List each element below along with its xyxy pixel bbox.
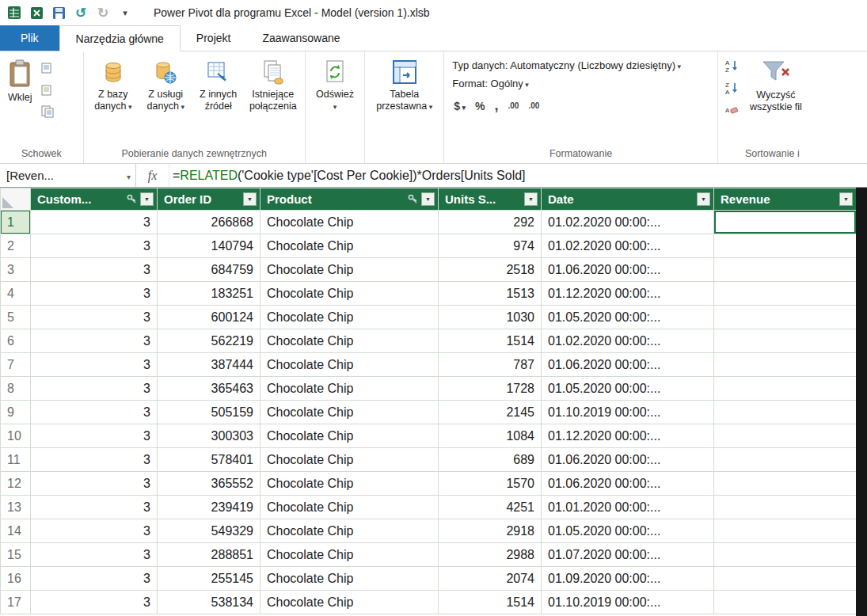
decrease-decimals-button[interactable]: .00 (528, 101, 539, 110)
cell-units_sold[interactable]: 292 (439, 211, 542, 234)
cell-product[interactable]: Chocolate Chip (260, 496, 439, 519)
filter-dropdown-button[interactable] (421, 192, 435, 206)
cell-product[interactable]: Chocolate Chip (260, 424, 439, 448)
cell-order_id[interactable]: 255145 (158, 567, 260, 591)
cell-units_sold[interactable]: 1084 (439, 424, 542, 448)
cell-order_id[interactable]: 288851 (158, 543, 260, 567)
percent-format-button[interactable]: % (475, 100, 485, 112)
from-database-button[interactable]: Z bazy danych (87, 56, 139, 116)
cell-product[interactable]: Chocolate Chip (260, 519, 439, 543)
cell-product[interactable]: Chocolate Chip (260, 234, 439, 258)
cell-order_id[interactable]: 562219 (158, 329, 260, 353)
cell-product[interactable]: Chocolate Chip (260, 543, 439, 567)
cell-revenue[interactable] (714, 519, 857, 543)
cell-revenue[interactable] (714, 567, 857, 591)
cell-units_sold[interactable]: 1513 (439, 282, 542, 306)
cell-units_sold[interactable]: 1728 (439, 377, 542, 401)
row-number[interactable]: 5 (1, 306, 31, 329)
paste-append-button[interactable] (39, 59, 56, 75)
row-number[interactable]: 3 (1, 258, 31, 282)
cell-units_sold[interactable]: 1514 (439, 329, 542, 353)
cell-customer[interactable]: 3 (31, 591, 158, 614)
cell-revenue[interactable] (714, 211, 857, 234)
cell-revenue[interactable] (714, 377, 857, 401)
currency-format-button[interactable]: $ (454, 100, 466, 112)
tab-advanced[interactable]: Zaawansowane (246, 25, 356, 51)
cell-customer[interactable]: 3 (31, 377, 158, 401)
quick-access-customize-icon[interactable] (117, 5, 133, 21)
row-number[interactable]: 9 (1, 401, 31, 424)
cell-date[interactable]: 01.09.2020 00:00:... (542, 567, 714, 591)
cell-revenue[interactable] (714, 543, 857, 567)
paste-replace-button[interactable] (39, 82, 56, 97)
copy-button[interactable] (39, 104, 56, 120)
cell-date[interactable]: 01.06.2020 00:00:... (542, 258, 714, 282)
cell-date[interactable]: 01.02.2020 00:00:... (542, 211, 714, 234)
tab-home[interactable]: Narzędzia główne (59, 25, 181, 51)
redo-icon[interactable] (95, 5, 111, 21)
cell-product[interactable]: Chocolate Chip (260, 258, 439, 282)
cell-customer[interactable]: 3 (31, 211, 158, 234)
filter-dropdown-button[interactable] (839, 192, 853, 206)
cell-order_id[interactable]: 183251 (158, 282, 260, 306)
row-number[interactable]: 7 (1, 353, 31, 377)
cell-order_id[interactable]: 266868 (158, 211, 260, 234)
cell-date[interactable]: 01.07.2020 00:00:... (542, 543, 714, 567)
pivot-table-button[interactable]: Tabela przestawna (371, 56, 439, 116)
cell-customer[interactable]: 3 (31, 329, 158, 353)
cell-customer[interactable]: 3 (31, 448, 158, 472)
cell-customer[interactable]: 3 (31, 306, 158, 329)
cell-order_id[interactable]: 365552 (158, 472, 260, 496)
cell-order_id[interactable]: 365463 (158, 377, 260, 401)
cell-units_sold[interactable]: 689 (439, 448, 542, 472)
cell-order_id[interactable]: 600124 (158, 306, 260, 329)
cell-date[interactable]: 01.01.2020 00:00:... (542, 496, 714, 519)
row-number[interactable]: 12 (1, 472, 31, 496)
row-number[interactable]: 8 (1, 377, 31, 401)
cell-revenue[interactable] (714, 401, 857, 424)
cell-product[interactable]: Chocolate Chip (260, 567, 439, 591)
column-header-date[interactable]: Date (542, 188, 714, 211)
row-number[interactable]: 14 (1, 519, 31, 543)
cell-units_sold[interactable]: 974 (439, 234, 542, 258)
row-number[interactable]: 2 (1, 234, 31, 258)
cell-date[interactable]: 01.06.2020 00:00:... (542, 472, 714, 496)
cell-units_sold[interactable]: 1570 (439, 472, 542, 496)
filter-dropdown-button[interactable] (524, 192, 538, 206)
refresh-button[interactable]: Odśwież (309, 56, 362, 116)
cell-order_id[interactable]: 239419 (158, 496, 260, 519)
cell-date[interactable]: 01.02.2020 00:00:... (542, 234, 714, 258)
tab-design[interactable]: Projekt (181, 25, 247, 51)
cell-order_id[interactable]: 549329 (158, 519, 260, 543)
paste-button[interactable]: Wklej (3, 56, 37, 107)
cell-customer[interactable]: 3 (31, 567, 158, 591)
cell-revenue[interactable] (714, 306, 857, 329)
cell-product[interactable]: Chocolate Chip (260, 401, 439, 424)
cell-revenue[interactable] (714, 591, 857, 614)
cell-units_sold[interactable]: 2518 (439, 258, 542, 282)
column-header-customer[interactable]: Custom... (31, 188, 158, 211)
thousands-separator-button[interactable]: , (495, 97, 499, 114)
name-box[interactable]: [Reven... (0, 164, 136, 187)
cell-customer[interactable]: 3 (31, 543, 158, 567)
excel-workbook-icon[interactable] (29, 5, 44, 21)
select-all-corner[interactable] (1, 188, 31, 211)
clear-sort-button[interactable]: A (723, 102, 740, 118)
cell-order_id[interactable]: 684759 (158, 258, 260, 282)
cell-order_id[interactable]: 505159 (158, 401, 260, 424)
fx-button[interactable]: fx (136, 164, 169, 187)
cell-date[interactable]: 01.02.2020 00:00:... (542, 329, 714, 353)
row-number[interactable]: 1 (1, 211, 31, 234)
tab-file[interactable]: Plik (0, 25, 59, 51)
cell-date[interactable]: 01.06.2020 00:00:... (542, 353, 714, 377)
cell-product[interactable]: Chocolate Chip (260, 377, 439, 401)
cell-customer[interactable]: 3 (31, 258, 158, 282)
cell-units_sold[interactable]: 2918 (439, 519, 542, 543)
sort-ascending-button[interactable]: AZ (723, 58, 740, 74)
row-number[interactable]: 16 (1, 567, 31, 591)
cell-customer[interactable]: 3 (31, 496, 158, 519)
cell-units_sold[interactable]: 2074 (439, 567, 542, 591)
cell-order_id[interactable]: 140794 (158, 234, 260, 258)
cell-units_sold[interactable]: 787 (439, 353, 542, 377)
cell-units_sold[interactable]: 2145 (439, 401, 542, 424)
